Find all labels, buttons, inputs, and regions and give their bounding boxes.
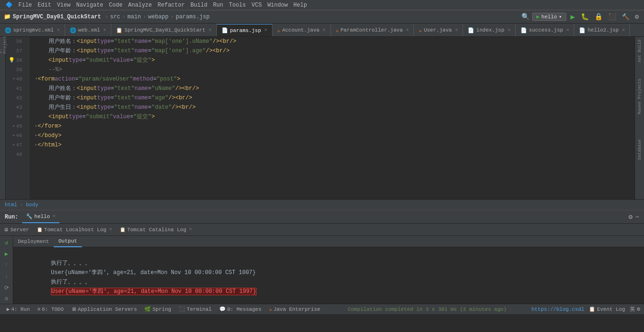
menu-help[interactable]: Help bbox=[290, 2, 310, 8]
code-editor[interactable]: 36 37 💡38 39 ▾40 41 42 43 44 ▸45 ▸46 ▸47… bbox=[6, 37, 635, 199]
menu-window[interactable]: Window bbox=[264, 2, 290, 8]
build-button[interactable]: 🔨 bbox=[620, 13, 631, 21]
close-icon[interactable]: × bbox=[622, 28, 625, 33]
restart-server-icon[interactable]: ↺ bbox=[2, 238, 11, 247]
line-num-44: 44 bbox=[6, 112, 25, 121]
menu-build[interactable]: Build bbox=[188, 2, 210, 8]
left-sidebar: 1: Project bbox=[0, 37, 6, 199]
terminal-status-item[interactable]: ⬛ Terminal bbox=[176, 306, 215, 312]
tab-icon: 📄 bbox=[468, 27, 474, 33]
app-servers-status-item[interactable]: 🖥 Application Servers bbox=[68, 306, 140, 312]
close-icon[interactable]: × bbox=[103, 28, 106, 33]
line-num-43: 43 bbox=[6, 103, 25, 112]
server-tab-label: Server bbox=[10, 227, 29, 233]
menu-bar: 🔷 File Edit View Navigate Code Analyze R… bbox=[0, 0, 644, 10]
maven-projects-label[interactable]: Maven Projects bbox=[636, 78, 643, 115]
close-icon[interactable]: × bbox=[53, 214, 56, 219]
menu-file[interactable]: File bbox=[16, 2, 35, 8]
settings-icon-bottom[interactable]: ⚙ bbox=[637, 306, 640, 313]
tab-web-xml[interactable]: 🌐 web.xml × bbox=[65, 24, 111, 36]
tab-springmvc-project[interactable]: 📋 SpringMVC_Day01_QuickStart × bbox=[111, 24, 217, 36]
close-icon[interactable]: × bbox=[189, 227, 192, 232]
coverage-button[interactable]: 🔒 bbox=[593, 13, 604, 21]
close-icon[interactable]: × bbox=[264, 28, 267, 33]
run-button[interactable]: ▶ bbox=[569, 12, 577, 22]
close-icon[interactable]: × bbox=[209, 28, 212, 33]
down-arrow-icon[interactable]: ↓ bbox=[2, 272, 11, 281]
todo-status-item[interactable]: ≡ 6: TODO bbox=[34, 307, 66, 312]
close-icon[interactable]: × bbox=[323, 28, 326, 33]
tab-success-jsp[interactable]: 📄 success.jsp × bbox=[516, 24, 575, 36]
line-num-45: ▸45 bbox=[6, 121, 25, 131]
path-main[interactable]: main bbox=[127, 14, 141, 20]
tab-user-java[interactable]: ☕ User.java × bbox=[414, 24, 463, 36]
menu-code[interactable]: Code bbox=[106, 2, 125, 8]
tab-springmvc-xml[interactable]: 🌐 springmvc.xml × bbox=[0, 24, 65, 36]
tab-hello2-jsp[interactable]: 📄 hello2.jsp × bbox=[574, 24, 630, 36]
settings-icon[interactable]: ⚙ bbox=[634, 13, 640, 21]
stop-button[interactable]: ⬛ bbox=[607, 13, 618, 21]
java-enterprise-label: Java Enterprise bbox=[273, 307, 320, 312]
deployment-subtab[interactable]: Deployment bbox=[13, 236, 54, 247]
run-config-button[interactable]: ▶ hello ▾ bbox=[532, 13, 566, 21]
run-status-item[interactable]: ▶ 4: Run bbox=[4, 306, 33, 312]
close-icon[interactable]: × bbox=[455, 28, 458, 33]
path-file[interactable]: params.jsp bbox=[176, 14, 210, 20]
menu-refactor[interactable]: Refactor bbox=[155, 2, 188, 8]
server-tab[interactable]: 🖥 Server bbox=[0, 224, 33, 236]
event-log-label: Event Log bbox=[597, 307, 625, 312]
menu-analyze[interactable]: Analyze bbox=[125, 2, 155, 8]
ant-build-label[interactable]: Ant Build bbox=[636, 39, 643, 64]
run-server-icon[interactable]: ▶ bbox=[2, 249, 11, 259]
breadcrumb-body[interactable]: body bbox=[26, 202, 38, 208]
menu-vcs[interactable]: VCS bbox=[249, 2, 265, 8]
localhost-log-tab[interactable]: 📋 Tomcat Localhost Log × bbox=[33, 224, 116, 236]
bulb-icon: 💡 bbox=[8, 56, 15, 65]
database-label[interactable]: Database bbox=[636, 138, 643, 161]
tab-icon: ☕ bbox=[277, 27, 281, 33]
event-log-item[interactable]: 📋 Event Log bbox=[586, 306, 627, 312]
close-icon[interactable]: × bbox=[566, 28, 569, 33]
success-text: Compilation completed in 3 s 381 ms (2 m… bbox=[325, 307, 529, 312]
close-icon[interactable]: × bbox=[406, 28, 409, 33]
success-message: Compilation completed in 3 s 381 ms (2 m… bbox=[348, 307, 507, 312]
project-tool-icon[interactable]: 1: Project bbox=[0, 40, 8, 50]
editor-main: 1: Project 36 37 💡38 39 ▾40 41 42 43 44 … bbox=[0, 37, 644, 199]
tab-account-java[interactable]: ☕ Account.java × bbox=[272, 24, 331, 36]
close-icon[interactable]: × bbox=[508, 28, 511, 33]
redeploy-icon[interactable]: ⟳ bbox=[2, 283, 11, 292]
output-subtab[interactable]: Output bbox=[54, 236, 82, 247]
run-toolbar-controls: ⚙ − bbox=[628, 213, 639, 221]
code-content[interactable]: 用户姓名：<input type="text" name="map['one']… bbox=[29, 37, 635, 199]
debug-button[interactable]: 🐛 bbox=[579, 13, 590, 21]
menu-tools[interactable]: Tools bbox=[226, 2, 249, 8]
tab-param-controller[interactable]: ☕ ParamController.java × bbox=[331, 24, 414, 36]
path-src[interactable]: src bbox=[110, 14, 120, 20]
menu-view[interactable]: View bbox=[54, 2, 74, 8]
minimize-icon[interactable]: − bbox=[636, 213, 639, 221]
catalina-log-tab[interactable]: 📋 Tomcat Catalina Log × bbox=[116, 224, 196, 236]
up-arrow-icon[interactable]: ↑ bbox=[2, 260, 11, 270]
tab-index-jsp[interactable]: 📄 index.jsp × bbox=[463, 24, 515, 36]
path-webapp[interactable]: webapp bbox=[148, 14, 168, 20]
close-icon[interactable]: × bbox=[109, 227, 112, 232]
lang-icon[interactable]: 英 bbox=[630, 306, 635, 313]
menu-navigate[interactable]: Navigate bbox=[73, 2, 106, 8]
settings-icon[interactable]: ⚙ bbox=[628, 213, 632, 221]
java-enterprise-status-item[interactable]: ☕ Java Enterprise bbox=[266, 306, 323, 312]
run-tab-config[interactable]: 🔧 hello × bbox=[22, 211, 59, 223]
code-line-47: ▸</html> bbox=[35, 140, 635, 150]
deploy-icon[interactable]: ≡ bbox=[2, 294, 11, 304]
menu-edit[interactable]: Edit bbox=[35, 2, 54, 8]
spring-status-item[interactable]: 🌿 Spring bbox=[141, 306, 174, 312]
run-title: Run: bbox=[5, 214, 18, 220]
close-icon[interactable]: × bbox=[57, 28, 60, 33]
tab-params-jsp[interactable]: 📄 params.jsp × bbox=[217, 24, 272, 36]
run-config-icon: ▶ bbox=[537, 14, 540, 20]
project-name[interactable]: SpringMVC_Day01_QuickStart bbox=[13, 14, 101, 20]
breadcrumb-html[interactable]: html bbox=[5, 202, 17, 208]
menu-run[interactable]: Run bbox=[210, 2, 226, 8]
messages-status-item[interactable]: 💬 0: Messages bbox=[216, 306, 264, 312]
run-output[interactable]: 执行了。。。。 User{uName='李四', age=21, date=Mo… bbox=[13, 247, 644, 304]
search-everywhere-icon[interactable]: 🔍 bbox=[521, 13, 529, 21]
